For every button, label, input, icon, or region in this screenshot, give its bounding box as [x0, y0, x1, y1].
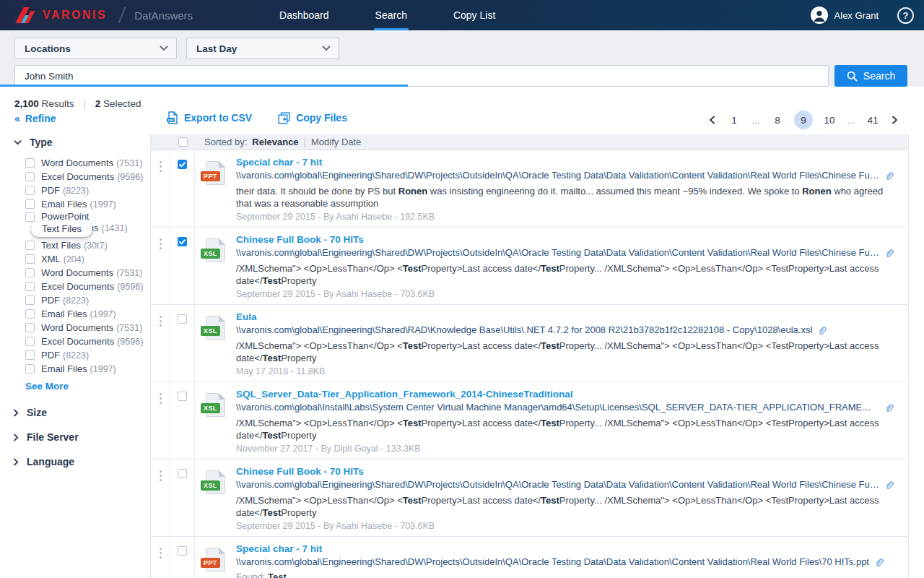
export-to-csv-button[interactable]: csv Export to CSV [166, 111, 252, 124]
filter-checkbox[interactable] [25, 282, 35, 291]
page-1[interactable]: 1 [725, 111, 744, 129]
type-filter-option[interactable]: PowerPoint Presentations(1431) Text File… [25, 211, 150, 238]
type-filter-option[interactable]: PDF(8223) [25, 184, 150, 197]
type-section-header[interactable]: Type [0, 134, 150, 150]
type-filter-option[interactable]: Word Documents(7531) [25, 156, 150, 170]
type-filter-option[interactable]: Email Files(1997) [25, 362, 150, 376]
result-meta: September 29 2015 - By Asahi Hasebe - 70… [236, 521, 435, 532]
xsl-file-icon: XSL [206, 316, 225, 340]
sidebar-section-file-server[interactable]: File Server [0, 428, 150, 446]
select-all-checkbox[interactable] [178, 137, 188, 147]
filter-option-label: XML [41, 254, 61, 264]
result-path: \\varonis.com\global\Engineering\Shared\… [236, 247, 879, 259]
results-label: Results [42, 98, 74, 109]
row-menu-kebab-icon[interactable] [151, 305, 170, 381]
sort-option-modify-date[interactable]: Modify Date [311, 137, 361, 147]
row-checkbox[interactable] [178, 314, 187, 324]
nav-tab-label: Copy List [453, 9, 495, 21]
attachment-paperclip-icon[interactable] [884, 171, 895, 181]
nav-tab-dashboard[interactable]: Dashboard [256, 0, 352, 30]
nav-tab-search[interactable]: Search [352, 0, 430, 30]
attachment-paperclip-icon[interactable] [817, 325, 828, 336]
filter-checkbox[interactable] [25, 199, 35, 209]
date-range-dropdown[interactable]: Last Day [186, 38, 339, 59]
attachment-paperclip-icon[interactable] [884, 248, 895, 259]
row-menu-kebab-icon[interactable] [151, 460, 170, 536]
type-filter-option[interactable]: Text Files(30t7) [25, 238, 150, 252]
copy-files-button[interactable]: Copy Files [278, 111, 347, 124]
type-filter-option[interactable]: Word Documents(7531) [25, 321, 150, 335]
result-title-link[interactable]: Chinese Full Book - 70 HITs [236, 466, 364, 478]
filter-checkbox[interactable] [25, 350, 35, 360]
filter-option-label: Text Files [41, 240, 81, 251]
filter-checkbox[interactable] [25, 254, 35, 264]
type-filter-option[interactable]: Excel Documents(9596) [25, 335, 150, 348]
row-checkbox[interactable] [178, 469, 187, 478]
row-menu-kebab-icon[interactable] [151, 382, 170, 459]
sidebar-section-language[interactable]: Language [0, 453, 150, 470]
filter-checkbox[interactable] [25, 309, 35, 319]
page-10[interactable]: 10 [820, 111, 839, 129]
row-menu-kebab-icon[interactable] [151, 150, 170, 227]
export-to-csv-label: Export to CSV [184, 112, 252, 124]
filter-checkbox[interactable] [25, 364, 35, 374]
help-icon[interactable]: ? [897, 7, 914, 24]
top-navbar: VARONIS DatAnswers Dashboard Search Copy… [0, 0, 924, 30]
result-title-link[interactable]: SQL_Server_Data-Tier_Application_Framewo… [236, 389, 572, 400]
page-41[interactable]: 41 [863, 111, 882, 129]
user-name[interactable]: Alex Grant [834, 10, 879, 21]
nav-tab-copy-list[interactable]: Copy List [430, 0, 518, 30]
row-checkbox[interactable] [178, 392, 187, 401]
attachment-paperclip-icon[interactable] [884, 402, 895, 413]
type-filter-option[interactable]: Excel Documents(9596) [25, 280, 150, 293]
result-title-link[interactable]: Chinese Full Book - 70 HITs [236, 234, 364, 246]
locations-dropdown[interactable]: Locations [14, 38, 177, 59]
previous-page-button[interactable] [709, 116, 715, 124]
row-checkbox[interactable] [178, 237, 187, 246]
result-title-link[interactable]: Eula [236, 311, 257, 323]
filter-section-label: Language [27, 456, 74, 467]
type-filter-option[interactable]: Email Files(1997) [25, 307, 150, 321]
filter-checkbox[interactable] [25, 337, 35, 346]
attachment-paperclip-icon[interactable] [884, 480, 895, 491]
result-title-link[interactable]: Special char - 7 hit [236, 543, 322, 555]
row-menu-kebab-icon[interactable] [151, 228, 170, 304]
see-more-link[interactable]: See More [25, 381, 150, 392]
search-input[interactable] [14, 65, 829, 87]
filter-checkbox[interactable] [25, 172, 35, 181]
type-filter-option[interactable]: PDF(8223) [25, 293, 150, 307]
filter-option-label: Email Files [41, 363, 87, 374]
product-name: DatAnswers [134, 9, 193, 22]
result-title-link[interactable]: Special char - 7 hit [236, 157, 322, 168]
type-filter-option[interactable]: Word Documents(7531) [25, 266, 150, 280]
attachment-paperclip-icon[interactable] [874, 557, 885, 568]
filter-option-count: (7531) [116, 268, 142, 278]
row-checkbox[interactable] [178, 546, 187, 556]
page-8[interactable]: 8 [768, 111, 787, 129]
user-avatar[interactable] [811, 7, 828, 24]
sort-option-relevance[interactable]: Relevance [252, 137, 298, 147]
varonis-logo[interactable]: VARONIS [17, 6, 107, 25]
type-filter-option[interactable]: PDF(8223) [25, 348, 150, 362]
filter-checkbox[interactable] [25, 186, 35, 195]
filter-checkbox[interactable] [25, 158, 35, 168]
filter-checkbox[interactable] [25, 241, 35, 250]
filter-checkbox[interactable] [25, 296, 35, 305]
filter-option-label: PDF [41, 185, 60, 196]
type-filter-option[interactable]: Excel Documents(9596) [25, 170, 150, 184]
nav-tab-label: Dashboard [279, 9, 329, 21]
refine-toggle[interactable]: « Refine [14, 113, 56, 124]
filter-checkbox[interactable] [25, 268, 35, 277]
type-filter-option[interactable]: XML(204) [25, 252, 150, 266]
sidebar-section-size[interactable]: Size [0, 404, 150, 421]
type-filter-option[interactable]: Email Files(1997) [25, 197, 150, 211]
page-9[interactable]: 9 [794, 111, 813, 129]
page-ellipsis: ... [751, 111, 761, 129]
filter-checkbox[interactable] [25, 212, 35, 222]
next-page-button[interactable] [892, 116, 898, 124]
row-menu-kebab-icon[interactable] [151, 537, 170, 578]
filter-option-count: (1997) [90, 199, 116, 210]
row-checkbox[interactable] [178, 160, 187, 169]
filter-checkbox[interactable] [25, 323, 35, 332]
search-button[interactable]: Search [834, 65, 907, 87]
